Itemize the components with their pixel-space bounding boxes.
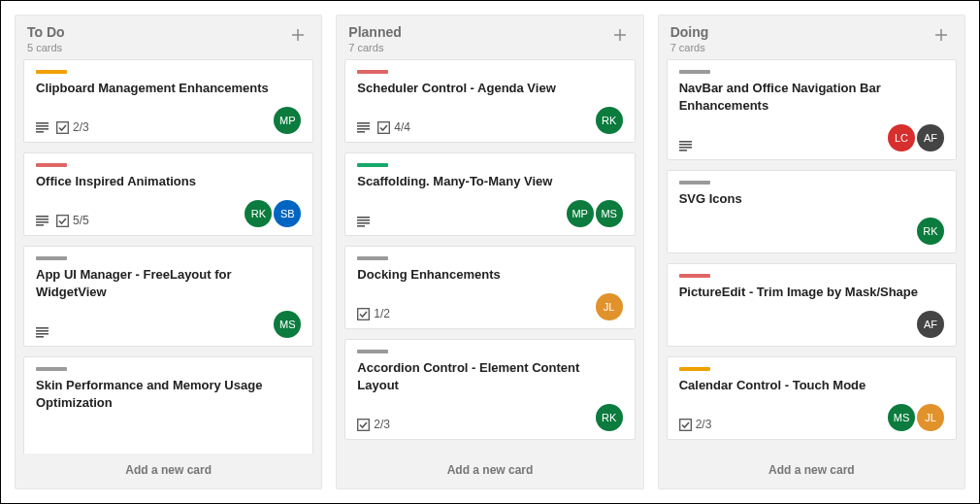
svg-rect-9 (57, 215, 69, 226)
add-card-footer[interactable]: Add a new card (337, 454, 642, 488)
svg-rect-14 (357, 122, 370, 124)
card[interactable]: Office Inspired Animations5/5RKSB (23, 152, 313, 236)
checklist-count: 2/3 (374, 418, 390, 431)
card-label-stripe (357, 70, 388, 74)
avatar[interactable]: MS (596, 200, 623, 227)
avatar[interactable]: JL (917, 404, 944, 431)
card-avatars: MS (272, 311, 301, 338)
add-card-button[interactable] (286, 23, 310, 47)
svg-rect-13 (36, 336, 44, 338)
meta-description (357, 122, 370, 133)
plus-icon (612, 27, 628, 43)
meta-description (36, 216, 49, 226)
description-icon (36, 122, 49, 133)
plus-icon (290, 27, 306, 43)
svg-rect-2 (36, 128, 49, 130)
card-avatars: RKSB (243, 200, 301, 227)
description-icon (36, 216, 49, 226)
checklist-icon (679, 419, 692, 431)
avatar[interactable]: RK (245, 200, 272, 227)
card[interactable]: Scheduler Control - Agenda View4/4RK (344, 59, 635, 143)
svg-rect-26 (679, 144, 692, 146)
kanban-board: To Do5 cardsClipboard Management Enhance… (1, 1, 979, 503)
avatar[interactable]: RK (917, 218, 944, 245)
svg-rect-11 (36, 330, 49, 332)
card-title: PictureEdit - Trim Image by Mask/Shape (679, 284, 944, 301)
svg-rect-16 (357, 128, 370, 130)
checklist-count: 1/2 (374, 307, 390, 320)
avatar[interactable]: LC (888, 124, 915, 151)
checklist-icon (56, 215, 69, 227)
avatar[interactable]: MS (888, 404, 915, 431)
card[interactable]: Clipboard Management Enhancements2/3MP (23, 59, 313, 143)
svg-rect-21 (357, 222, 370, 224)
column: To Do5 cardsClipboard Management Enhance… (15, 15, 322, 489)
meta-checklist: 2/3 (357, 418, 390, 431)
column-header: Doing7 cards (659, 16, 964, 59)
svg-rect-8 (36, 224, 44, 226)
card-avatars: RK (594, 107, 623, 134)
card[interactable]: App UI Manager - FreeLayout for WidgetVi… (23, 246, 313, 347)
description-icon (679, 141, 692, 151)
avatar[interactable]: MP (274, 107, 301, 134)
card[interactable]: Calendar Control - Touch Mode2/3MSJL (667, 356, 957, 440)
card-meta: 4/4 (357, 120, 410, 134)
card[interactable]: Skin Performance and Memory Usage Optimi… (23, 356, 313, 454)
card-avatars: MSJL (886, 404, 944, 431)
svg-rect-0 (36, 122, 49, 124)
card-footer: MPMS (357, 200, 622, 227)
add-card-button[interactable] (930, 23, 953, 47)
cards-list[interactable]: Scheduler Control - Agenda View4/4RKScaf… (337, 59, 642, 454)
svg-rect-27 (679, 147, 692, 149)
card-title: Docking Enhancements (357, 266, 622, 284)
svg-rect-29 (679, 419, 691, 430)
avatar[interactable]: MP (567, 200, 594, 227)
meta-description (36, 327, 49, 338)
add-card-button[interactable] (608, 23, 632, 47)
column-count: 5 cards (27, 42, 65, 53)
card-avatars: LCAF (886, 124, 944, 151)
add-card-footer[interactable]: Add a new card (16, 454, 321, 488)
avatar[interactable]: AF (917, 124, 944, 151)
card-label-stripe (36, 256, 67, 260)
avatar[interactable]: RK (596, 404, 623, 431)
card-title: Scaffolding. Many-To-Many View (357, 173, 622, 190)
card-label-stripe (679, 181, 710, 185)
avatar[interactable]: MS (274, 311, 301, 338)
card[interactable]: PictureEdit - Trim Image by Mask/ShapeAF (667, 263, 957, 347)
checklist-count: 2/3 (73, 120, 89, 134)
avatar[interactable]: RK (596, 107, 623, 134)
svg-rect-12 (36, 333, 49, 335)
cards-list[interactable]: Clipboard Management Enhancements2/3MPOf… (16, 59, 321, 454)
card-title: Scheduler Control - Agenda View (357, 80, 622, 97)
checklist-icon (357, 419, 370, 431)
card-label-stripe (357, 350, 388, 353)
add-card-footer[interactable]: Add a new card (659, 454, 964, 488)
card-avatars: JL (594, 293, 623, 320)
card[interactable]: SVG IconsRK (667, 170, 957, 253)
svg-rect-3 (36, 131, 44, 133)
column-header: Planned7 cards (337, 16, 642, 59)
card-title: Accordion Control - Element Content Layo… (357, 359, 622, 394)
avatar[interactable]: AF (917, 311, 944, 338)
avatar[interactable]: SB (274, 200, 301, 227)
card-meta (679, 141, 692, 151)
svg-rect-19 (357, 217, 370, 218)
card-footer: MS (36, 311, 301, 338)
card[interactable]: Scaffolding. Many-To-Many ViewMPMS (344, 152, 635, 236)
card-footer: LCAF (679, 124, 944, 151)
card-label-stripe (36, 70, 67, 74)
card[interactable]: Accordion Control - Element Content Layo… (344, 339, 635, 440)
meta-checklist: 1/2 (357, 307, 390, 320)
avatar[interactable]: JL (596, 293, 623, 320)
card[interactable]: Docking Enhancements1/2JL (344, 246, 635, 329)
cards-list[interactable]: NavBar and Office Navigation Bar Enhance… (659, 59, 964, 454)
card-avatars: MP (272, 107, 301, 134)
card-title: Skin Performance and Memory Usage Optimi… (36, 377, 301, 412)
meta-description (679, 141, 692, 151)
card-label-stripe (357, 163, 388, 167)
column-count: 7 cards (670, 42, 709, 53)
column: Planned7 cardsScheduler Control - Agenda… (336, 15, 643, 489)
card[interactable]: NavBar and Office Navigation Bar Enhance… (667, 59, 957, 160)
meta-description (36, 122, 49, 133)
